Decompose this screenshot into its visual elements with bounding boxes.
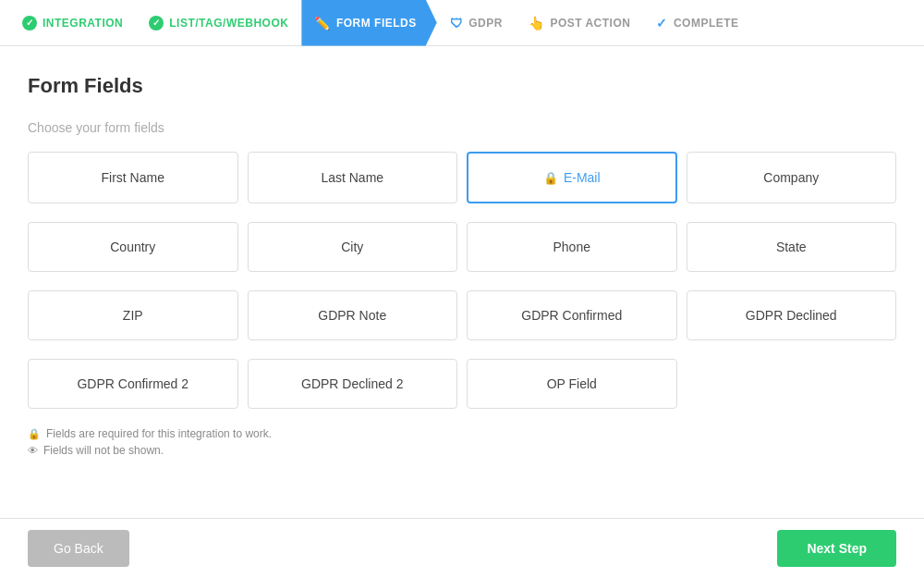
next-step-button[interactable]: Next Step <box>777 530 896 567</box>
field-btn-gdpr-note[interactable]: GDPR Note <box>248 290 458 340</box>
legend-item-required: 🔒 Fields are required for this integrati… <box>28 427 896 440</box>
nav-step-post-action-label: POST ACTION <box>550 17 630 30</box>
field-btn-company[interactable]: Company <box>687 152 897 203</box>
nav-step-gdpr-label: GDPR <box>468 17 503 30</box>
field-grid-row4: GDPR Confirmed 2 GDPR Declined 2 OP Fiel… <box>28 359 896 409</box>
field-grid-row2: Country City Phone State <box>28 222 896 272</box>
field-btn-first-name[interactable]: First Name <box>28 152 238 203</box>
gdpr-declined-label: GDPR Declined <box>746 308 837 323</box>
top-nav: ✓ INTEGRATION ✓ LIST/TAG/WEBHOOK ✏️ FORM… <box>0 0 924 46</box>
legend-lock-icon: 🔒 <box>28 428 41 440</box>
nav-step-gdpr[interactable]: 🛡 GDPR <box>437 0 516 46</box>
nav-step-list-tag-label: LIST/TAG/WEBHOOK <box>169 17 288 30</box>
field-btn-email[interactable]: 🔒 E-Mail <box>467 152 677 203</box>
legend-required-text: Fields are required for this integration… <box>46 427 272 440</box>
footer: Go Back Next Step <box>0 518 924 578</box>
nav-step-complete-label: COMPLETE <box>674 17 739 30</box>
field-btn-gdpr-declined[interactable]: GDPR Declined <box>687 290 897 340</box>
gdpr-note-label: GDPR Note <box>318 308 386 323</box>
zip-label: ZIP <box>123 308 143 323</box>
nav-step-list-tag[interactable]: ✓ LIST/TAG/WEBHOOK <box>136 0 301 46</box>
gdpr-confirmed-2-label: GDPR Confirmed 2 <box>77 376 188 391</box>
country-label: Country <box>110 240 155 254</box>
field-btn-gdpr-confirmed-2[interactable]: GDPR Confirmed 2 <box>28 359 238 409</box>
complete-check-icon: ✓ <box>656 16 668 31</box>
first-name-label: First Name <box>102 170 164 185</box>
state-label: State <box>776 240 807 254</box>
lock-icon: 🔒 <box>543 171 558 185</box>
nav-step-form-fields[interactable]: ✏️ FORM FIELDS <box>301 0 436 46</box>
city-label: City <box>341 240 363 254</box>
legend-eye-off-icon: 👁 <box>28 445 38 456</box>
email-label: E-Mail <box>564 170 601 185</box>
last-name-label: Last Name <box>321 170 383 185</box>
field-btn-gdpr-declined-2[interactable]: GDPR Declined 2 <box>248 359 458 409</box>
op-field-label: OP Field <box>547 376 597 391</box>
nav-step-integration[interactable]: ✓ INTEGRATION <box>9 0 136 46</box>
gdpr-confirmed-label: GDPR Confirmed <box>521 308 622 323</box>
integration-check-icon: ✓ <box>22 16 37 31</box>
field-btn-country[interactable]: Country <box>28 222 238 272</box>
list-tag-check-icon: ✓ <box>149 16 164 31</box>
field-grid-row1: First Name Last Name 🔒 E-Mail Company <box>28 152 896 203</box>
go-back-button[interactable]: Go Back <box>28 530 129 567</box>
gdpr-icon: 🛡 <box>450 16 464 31</box>
form-fields-icon: ✏️ <box>314 16 331 31</box>
post-action-icon: 👆 <box>529 16 545 31</box>
legend-hidden-text: Fields will not be shown. <box>43 444 164 457</box>
nav-step-post-action[interactable]: 👆 POST ACTION <box>516 0 644 46</box>
field-btn-state[interactable]: State <box>687 222 897 272</box>
phone-label: Phone <box>553 240 590 254</box>
field-btn-phone[interactable]: Phone <box>467 222 677 272</box>
section-label: Choose your form fields <box>28 120 896 135</box>
field-grid-row3: ZIP GDPR Note GDPR Confirmed GDPR Declin… <box>28 290 896 340</box>
gdpr-declined-2-label: GDPR Declined 2 <box>301 376 404 391</box>
nav-step-integration-label: INTEGRATION <box>43 17 123 30</box>
legend-item-hidden: 👁 Fields will not be shown. <box>28 444 896 457</box>
field-btn-city[interactable]: City <box>248 222 458 272</box>
field-btn-op-field[interactable]: OP Field <box>467 359 677 409</box>
field-btn-gdpr-confirmed[interactable]: GDPR Confirmed <box>467 290 677 340</box>
page-title: Form Fields <box>28 74 896 98</box>
nav-step-complete[interactable]: ✓ COMPLETE <box>643 0 751 46</box>
field-btn-zip[interactable]: ZIP <box>28 290 238 340</box>
main-content: Form Fields Choose your form fields Firs… <box>0 46 924 457</box>
legend: 🔒 Fields are required for this integrati… <box>28 427 896 457</box>
field-btn-last-name[interactable]: Last Name <box>248 152 458 203</box>
company-label: Company <box>763 170 819 185</box>
nav-step-form-fields-label: FORM FIELDS <box>336 17 417 30</box>
